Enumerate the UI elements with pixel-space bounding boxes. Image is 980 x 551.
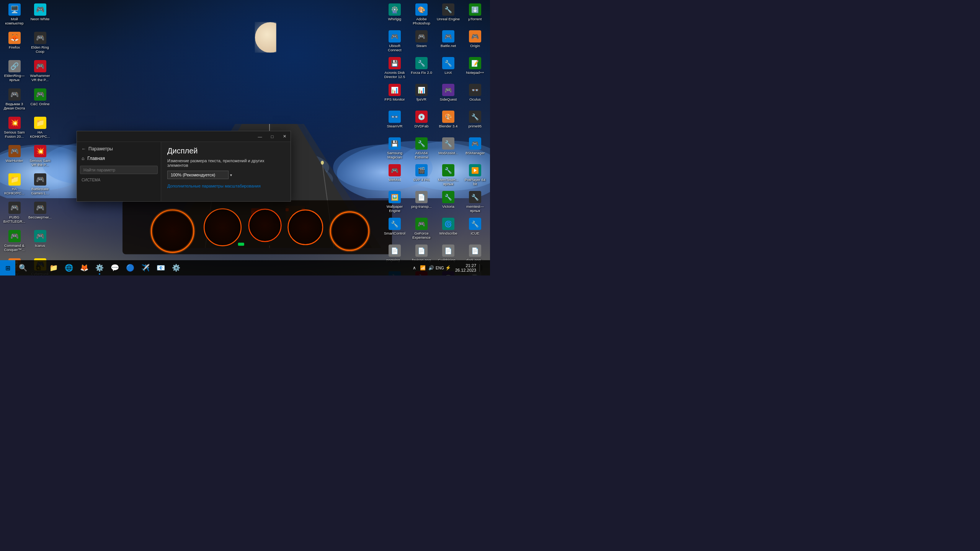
show-desktop[interactable]: ▏ xyxy=(479,264,487,272)
desktop-icon-battle-net[interactable]: 🎮 Battle.net xyxy=(435,29,461,55)
desktop-icon-my-computer[interactable]: 🖥️ Мой компьютер xyxy=(2,2,27,29)
icon-label-serious-sam-fusion: Serious Sam Fusion 20... xyxy=(3,130,26,139)
desktop-icon-sidequest[interactable]: 🎮 SideQuest xyxy=(435,82,461,108)
taskbar-icon-chrome[interactable]: 🔵 xyxy=(122,260,138,276)
desktop-icon-whirlgig[interactable]: 🎡 Whirlgig xyxy=(382,2,408,28)
desktop-icon-oculus[interactable]: 👓 Oculus xyxy=(462,82,488,108)
desktop-icon-memtest[interactable]: 🔧 MemTestH... ярлык xyxy=(435,163,461,189)
desktop-icon-forza-fix[interactable]: 🔧 Forza Fix 2.0 xyxy=(408,55,434,82)
desktop-icon-geforce-exp[interactable]: 🎮 GeForce Experience xyxy=(408,216,434,242)
desktop-icon-linx[interactable]: 🔧 LinX xyxy=(435,55,461,82)
desktop-icon-serious-sam-fusion[interactable]: 💥 Serious Sam Fusion 20... xyxy=(2,115,27,143)
taskbar-icon-task-view[interactable]: ⧉ xyxy=(31,260,46,276)
icon-label-forza-fix: Forza Fix 2.0 xyxy=(411,70,432,75)
desktop-icon-modassist[interactable]: 🔧 ModAssist... xyxy=(435,136,461,162)
tray-lang[interactable]: ENG xyxy=(436,264,444,272)
desktop-icon-steam[interactable]: 🎮 Steam xyxy=(408,29,434,55)
settings-home-button[interactable]: ⌂ Главная xyxy=(77,153,161,163)
desktop-icon-adobe-photoshop[interactable]: 🎨 Adobe Photoshop xyxy=(408,2,434,28)
desktop-icon-windscribe[interactable]: 🌀 Windscribe xyxy=(435,216,461,242)
close-button[interactable]: ✕ xyxy=(278,131,291,142)
settings-scale-select[interactable]: 100% (Рекомендуется) 125% 150% xyxy=(167,171,229,179)
clock[interactable]: 21:27 26.12.2023 xyxy=(454,263,478,272)
desktop-icon-bsmanager[interactable]: 🎮 BSManager xyxy=(462,136,488,162)
icon-image-pngwing: 📄 xyxy=(389,245,401,257)
desktop-icon-serious-sam-vr[interactable]: 💥 Serious Sam VR the P... xyxy=(28,143,52,171)
desktop-icons-left: 🖥️ Мой компьютер 🎮 Neon White 🦊 Firefox … xyxy=(2,2,52,276)
icon-image-oculus: 👓 xyxy=(469,84,481,96)
desktop-icon-neon-white[interactable]: 🎮 Neon White xyxy=(28,2,52,29)
desktop-icon-wemod[interactable]: 🎮 WeMod xyxy=(382,163,408,189)
icon-label-wallpaper-engine: Wallpaper Engine xyxy=(383,204,407,213)
icon-image-whirlgig: 🎡 xyxy=(389,3,401,16)
moon xyxy=(255,22,286,53)
taskbar-icon-telegram[interactable]: ✈️ xyxy=(138,260,153,276)
taskbar-icon-extra2[interactable]: ⚙️ xyxy=(168,260,184,276)
desktop-icon-victoria[interactable]: 🔧 Victoria xyxy=(435,189,461,215)
desktop-icon-smartcontrol[interactable]: 🔧 SmartControl xyxy=(382,216,408,242)
icon-image-modassist: 🔧 xyxy=(442,137,454,150)
desktop-icon-icue[interactable]: 🔧 iCUE xyxy=(462,216,488,242)
icon-label-oculus: Oculus xyxy=(469,97,481,101)
desktop-icon-eldenring-shortcut[interactable]: 🔗 EldenRing— ярлык xyxy=(2,59,27,86)
desktop-icon-pubg[interactable]: 🎮 PUBG BATTLEGR... xyxy=(2,200,27,228)
advanced-scale-link[interactable]: Дополнительные параметры масштабирования xyxy=(167,184,261,188)
icon-image-eldenring-shortcut: 🔗 xyxy=(8,60,21,72)
taskbar-icon-firefox-tb[interactable]: 🦊 xyxy=(77,260,92,276)
icon-label-acronis: Acronis Disk Director 12.5 xyxy=(383,70,407,79)
desktop-icon-cc-online[interactable]: 🎮 C&C Online xyxy=(28,87,52,114)
icon-image-pubg: 🎮 xyxy=(8,202,21,214)
desktop-icon-bessmertni[interactable]: 🎮 Бессмертни... xyxy=(28,200,52,228)
desktop-icon-memtest2[interactable]: 🔧 memtest— ярлык xyxy=(462,189,488,215)
desktop-icon-battlestate[interactable]: 🎮 Battlestate Games L... xyxy=(28,172,52,199)
desktop-icon-elden-ring-coop[interactable]: 🎮 Elden Ring Coop xyxy=(28,30,52,58)
taskbar-icon-edge[interactable]: 🌐 xyxy=(61,260,77,276)
desktop-icon-warhammer-vr[interactable]: 🎮 Warhammer VR the P... xyxy=(28,59,52,86)
taskbar-icon-file-explorer[interactable]: 📁 xyxy=(46,260,61,276)
desktop-icon-blender[interactable]: 🎨 Blender 3.4 xyxy=(435,109,461,135)
desktop-icon-dvdfab[interactable]: 💿 DVDFab xyxy=(408,109,434,135)
desktop-icon-na-konkurs2[interactable]: 📁 НА КОНКУРС... xyxy=(2,172,27,199)
desktop-icon-acronis[interactable]: 💾 Acronis Disk Director 12.5 xyxy=(382,55,408,82)
desktop-icon-firefox[interactable]: 🦊 Firefox xyxy=(2,30,27,58)
minimize-button[interactable]: — xyxy=(254,131,266,142)
maximize-button[interactable]: □ xyxy=(266,131,278,142)
desktop-icon-samsung-magician[interactable]: 💾 Samsung Magician xyxy=(382,136,408,162)
tray-volume[interactable]: 🔊 xyxy=(428,264,435,272)
taskbar-icon-extra1[interactable]: 📧 xyxy=(153,260,168,276)
icon-label-my-computer: Мой компьютер xyxy=(3,17,26,26)
icon-label-cc-online: C&C Online xyxy=(30,102,49,106)
desktop-icon-fpsvr[interactable]: 📊 fpsVR xyxy=(408,82,434,108)
desktop-icon-command-conquer[interactable]: 🎮 Command & Conquer™... xyxy=(2,228,27,256)
desktop-icon-notepadpp[interactable]: 📝 Notepad++ xyxy=(462,55,488,82)
icon-label-warhammer-vr: Warhammer VR the P... xyxy=(28,73,52,82)
settings-back-button[interactable]: ← Параметры xyxy=(77,144,161,153)
desktop-icon-potplayer[interactable]: ▶️ PotPlayer 64 bit xyxy=(462,163,488,189)
desktop-icon-na-konkurs[interactable]: 📁 НА КОНКУРС... xyxy=(28,115,52,143)
desktop-icon-fps-monitor[interactable]: 📊 FPS Monitor xyxy=(382,82,408,108)
desktop-icon-unreal-engine[interactable]: 🔧 Unreal Engine xyxy=(435,2,461,28)
desktop-icon-ubisoft-connect[interactable]: 🎮 Ubisoft Connect xyxy=(382,29,408,55)
desktop-icon-utorrent[interactable]: ⬇️ μTorrent xyxy=(462,2,488,28)
icon-label-dvdfab: DVDFab xyxy=(415,124,428,128)
icon-label-na-konkurs: НА КОНКУРС... xyxy=(28,130,52,139)
desktop-icon-diskova-ohota[interactable]: 🎮 Ведьмак 3 Дикая Охота xyxy=(2,87,27,114)
taskbar-icon-search[interactable]: 🔍 xyxy=(15,260,31,276)
desktop-icon-aida64[interactable]: 🔧 AIDA64 Extreme xyxy=(408,136,434,162)
start-button[interactable]: ⊞ xyxy=(0,260,15,276)
icon-label-serious-sam-vr: Serious Sam VR the P... xyxy=(28,158,52,167)
desktop-icon-wallpaper-engine[interactable]: 🖼️ Wallpaper Engine xyxy=(382,189,408,215)
desktop-icon-origin[interactable]: 🎮 Origin xyxy=(462,29,488,55)
settings-search-input[interactable] xyxy=(80,166,158,174)
tray-expand[interactable]: ∧ xyxy=(411,264,418,272)
tray-network[interactable]: 📶 xyxy=(419,264,427,272)
tray-battery[interactable]: ⚡ xyxy=(444,264,452,272)
desktop-icon-prime95[interactable]: 🔧 prime95 xyxy=(462,109,488,135)
desktop-icon-svp4pro[interactable]: 🎬 SVP 4 Pro xyxy=(408,163,434,189)
desktop-icon-warhammer-vr2[interactable]: 🎮 WarHunter xyxy=(2,143,27,171)
desktop-icon-steamvr[interactable]: 👓 SteamVR xyxy=(382,109,408,135)
taskbar-icon-discord-tb[interactable]: 💬 xyxy=(107,260,122,276)
desktop-icon-png-transp[interactable]: 📄 png-transp... xyxy=(408,189,434,215)
desktop-icon-icarus[interactable]: 🎮 Icarus xyxy=(28,228,52,256)
taskbar-icon-settings-tb[interactable]: ⚙️ xyxy=(92,260,107,276)
